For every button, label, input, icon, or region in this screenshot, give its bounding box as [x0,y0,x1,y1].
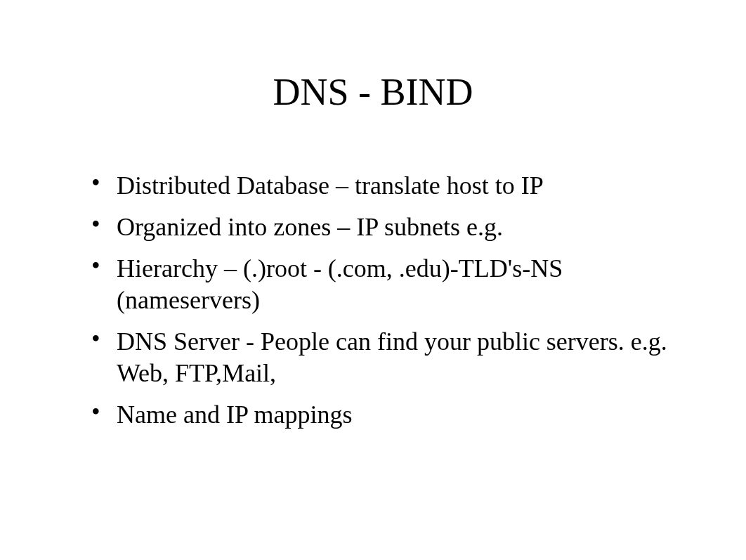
list-item: Name and IP mappings [91,399,676,431]
list-item: DNS Server - People can find your public… [91,326,676,389]
slide-container: DNS - BIND Distributed Database – transl… [0,0,746,560]
list-item: Distributed Database – translate host to… [91,170,676,202]
list-item: Hierarchy – (.)root - (.com, .edu)-TLD's… [91,253,676,316]
bullet-list: Distributed Database – translate host to… [42,170,704,431]
list-item: Organized into zones – IP subnets e.g. [91,211,676,243]
slide-title: DNS - BIND [42,70,704,114]
